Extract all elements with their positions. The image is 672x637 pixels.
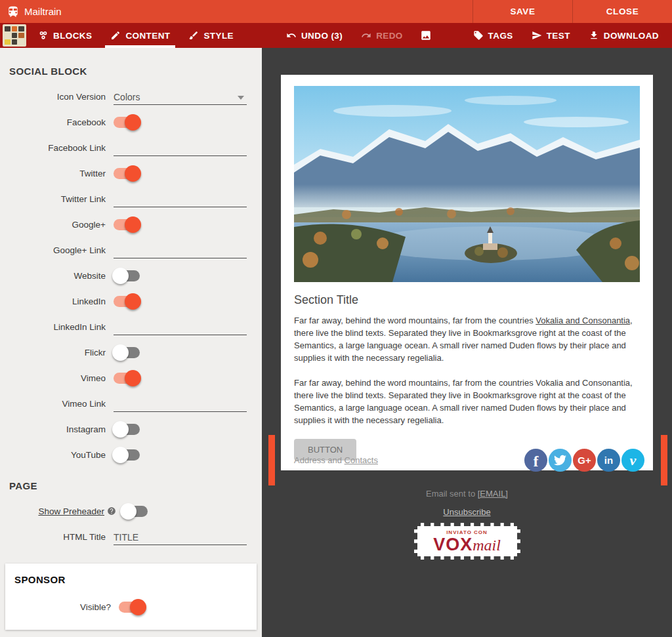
website-toggle[interactable] xyxy=(114,270,140,281)
undo-icon xyxy=(286,30,297,41)
contacts-link[interactable]: Contacts xyxy=(345,455,378,465)
google-plus-toggle[interactable] xyxy=(114,219,140,230)
linkedin-icon[interactable]: in xyxy=(597,449,620,472)
image-gallery-button[interactable] xyxy=(412,23,440,48)
form-row: Twitter xyxy=(0,165,262,182)
address-text: Address and Contacts xyxy=(294,455,378,465)
test-button[interactable]: TEST xyxy=(522,23,579,48)
voxmail-brand: VOXmail xyxy=(433,536,501,554)
sponsor-visible-toggle[interactable] xyxy=(119,602,145,613)
vimeo-toggle[interactable] xyxy=(114,373,140,384)
download-icon xyxy=(589,30,599,41)
form-row: LinkedIn xyxy=(0,293,262,310)
instagram-toggle[interactable] xyxy=(114,424,140,435)
tab-style[interactable]: STYLE xyxy=(179,23,243,48)
google-plus-icon[interactable]: G+ xyxy=(573,449,596,472)
form-row: Google+ xyxy=(0,216,262,233)
facebook-link-input[interactable] xyxy=(114,139,247,156)
twitter-toggle[interactable] xyxy=(114,168,140,179)
show-preheader-link[interactable]: Show Preheader xyxy=(38,506,104,516)
undo-button[interactable]: UNDO (3) xyxy=(277,23,352,48)
email-hero-image[interactable] xyxy=(294,86,640,282)
vimeo-icon[interactable]: v xyxy=(621,449,644,472)
icon-version-select[interactable]: Colors xyxy=(114,88,247,105)
paper-plane-icon xyxy=(532,30,542,41)
email-sent-line: Email sent to [EMAIL] xyxy=(262,489,672,499)
facebook-toggle[interactable] xyxy=(114,117,140,128)
form-row: Google+ Link xyxy=(0,241,262,258)
form-row: YouTube xyxy=(0,446,262,463)
twitter-link-input[interactable] xyxy=(114,190,247,207)
pencil-icon xyxy=(110,30,121,41)
email-body-block: Section Title Far far away, behind the w… xyxy=(281,75,653,470)
image-icon xyxy=(420,30,432,41)
form-row: Facebook Link xyxy=(0,139,262,156)
form-row: Vimeo xyxy=(0,369,262,386)
unsubscribe-link[interactable]: Unsubscribe xyxy=(443,507,490,517)
save-button[interactable]: SAVE xyxy=(472,0,572,23)
section-title[interactable]: Section Title xyxy=(294,293,640,307)
form-row: Vimeo Link xyxy=(0,395,262,412)
form-row: HTML Title TITLE xyxy=(0,528,262,545)
redo-button[interactable]: REDO xyxy=(352,23,412,48)
form-row: LinkedIn Link xyxy=(0,318,262,335)
form-row: Instagram xyxy=(0,421,262,438)
show-preheader-toggle[interactable] xyxy=(121,506,148,517)
sponsor-section: SPONSOR Visible? xyxy=(5,564,257,630)
facebook-icon[interactable]: f xyxy=(524,449,547,472)
form-row: Twitter Link xyxy=(0,190,262,207)
email-placeholder-link[interactable]: [EMAIL] xyxy=(478,489,508,499)
tab-blocks[interactable]: BLOCKS xyxy=(29,23,101,48)
editor-toolbar: BLOCKS CONTENT STYLE UNDO (3) REDO xyxy=(0,23,672,48)
youtube-toggle[interactable] xyxy=(114,449,140,461)
linkedin-toggle[interactable] xyxy=(114,296,140,307)
google-plus-link-input[interactable] xyxy=(114,241,247,258)
close-button[interactable]: CLOSE xyxy=(572,0,672,23)
vimeo-link-input[interactable] xyxy=(114,395,247,412)
tab-content[interactable]: CONTENT xyxy=(101,23,179,48)
flickr-toggle[interactable] xyxy=(114,347,140,358)
sponsor-heading: SPONSOR xyxy=(14,574,257,585)
form-row: Website xyxy=(0,267,262,284)
email-preview: Section Title Far far away, behind the w… xyxy=(262,48,672,637)
settings-panel: SOCIAL BLOCK Icon Version Colors Faceboo… xyxy=(0,48,262,637)
train-icon xyxy=(7,5,20,18)
social-block-heading: SOCIAL BLOCK xyxy=(9,66,262,77)
form-row: Icon Version Colors xyxy=(0,88,262,105)
blocks-icon xyxy=(38,30,49,41)
form-row: Show Preheader xyxy=(0,503,262,520)
form-row: Visible? xyxy=(5,598,257,615)
redo-icon xyxy=(361,30,371,41)
help-icon[interactable] xyxy=(107,506,116,516)
social-icons-row: f G+ in v xyxy=(524,449,644,472)
twitter-icon[interactable] xyxy=(549,449,572,472)
brush-icon xyxy=(188,30,199,41)
email-footer-block: Address and Contacts f G+ in v xyxy=(262,435,672,485)
paragraph-2[interactable]: Far far away, behind the word mountains,… xyxy=(294,377,640,426)
app-title: Mailtrain xyxy=(24,6,62,17)
download-button[interactable]: DOWNLOAD xyxy=(579,23,668,48)
tags-button[interactable]: TAGS xyxy=(464,23,522,48)
form-row: Facebook xyxy=(0,113,262,131)
page-heading: PAGE xyxy=(9,480,262,491)
paragraph-1[interactable]: Far far away, behind the word mountains,… xyxy=(294,314,640,364)
voxmail-stamp-logo[interactable]: INVIATO CON VOXmail xyxy=(414,523,520,560)
linkedin-link-input[interactable] xyxy=(114,318,247,335)
mosaico-logo xyxy=(3,24,26,47)
form-row: Flickr xyxy=(0,344,262,361)
top-header: Mailtrain SAVE CLOSE xyxy=(0,0,672,23)
app-brand: Mailtrain xyxy=(0,5,62,18)
chevron-down-icon xyxy=(238,96,244,100)
tag-icon xyxy=(473,30,484,41)
vokalia-link[interactable]: Vokalia and Consonantia xyxy=(536,316,630,325)
html-title-input[interactable]: TITLE xyxy=(114,528,247,545)
